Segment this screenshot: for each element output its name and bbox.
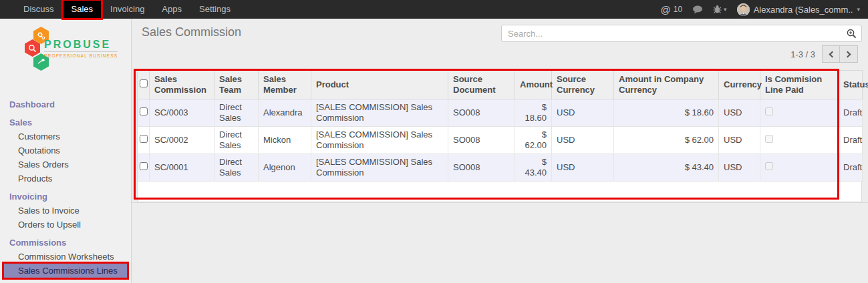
sidebar-item-products[interactable]: Products bbox=[4, 172, 127, 186]
cell-sales-member: Algenon bbox=[259, 154, 311, 182]
sidebar-item-commission-worksheets[interactable]: Commission Worksheets bbox=[4, 250, 127, 264]
cell-sales-team: Direct Sales bbox=[214, 154, 259, 182]
cell-source-document: SO008 bbox=[448, 99, 515, 127]
logo-subtitle: PROFESSIONAL BUSINESS bbox=[44, 51, 118, 58]
cell-status: Draft bbox=[839, 154, 863, 182]
table-row[interactable]: SC/0003Direct SalesAlexandra[SALES COMMI… bbox=[138, 99, 863, 127]
sidebar-header-commissions[interactable]: Commissions bbox=[0, 236, 131, 250]
is-paid-checkbox[interactable] bbox=[765, 162, 773, 170]
sidebar-section-sales: SalesCustomersQuotationsSales OrdersProd… bbox=[0, 115, 131, 186]
top-menu-sales[interactable]: Sales bbox=[63, 0, 102, 19]
column-header-source-currency[interactable]: Source Currency bbox=[552, 71, 614, 99]
row-select-checkbox[interactable] bbox=[140, 135, 148, 143]
pager-value: 1-3 / 3 bbox=[790, 49, 815, 59]
sidebar-item-sales-orders[interactable]: Sales Orders bbox=[4, 158, 127, 172]
chevron-left-icon bbox=[829, 51, 835, 57]
search-icon[interactable] bbox=[847, 29, 857, 41]
top-navbar: DiscussSalesInvoicingAppsSettings @ 10 ▾… bbox=[0, 0, 868, 19]
sidebar-section-commissions: CommissionsCommission WorksheetsSales Co… bbox=[0, 236, 131, 278]
debug-menu-button[interactable]: ▾ bbox=[713, 5, 727, 14]
at-icon: @ bbox=[661, 4, 671, 15]
table-row[interactable]: SC/0002Direct SalesMickon[SALES COMMISSI… bbox=[138, 127, 863, 154]
topbar-right-controls: @ 10 ▾ Alexandra (Sales_comm.. ▾ bbox=[661, 0, 868, 19]
sidebar-item-orders-to-upsell[interactable]: Orders to Upsell bbox=[4, 218, 127, 232]
sidebar-section-dashboard: Dashboard bbox=[0, 97, 131, 111]
cell-status: Draft bbox=[839, 127, 863, 154]
user-avatar bbox=[737, 3, 750, 16]
logo-title: PROBUSE bbox=[44, 39, 118, 51]
column-header-status[interactable]: Status bbox=[839, 71, 863, 99]
mentions-counter[interactable]: @ 10 bbox=[661, 4, 683, 15]
top-menu-list: DiscussSalesInvoicingAppsSettings bbox=[0, 0, 239, 19]
table-body: SC/0003Direct SalesAlexandra[SALES COMMI… bbox=[138, 99, 863, 182]
cell-is-paid bbox=[760, 99, 839, 127]
is-paid-checkbox[interactable] bbox=[765, 107, 773, 115]
search-input[interactable] bbox=[501, 25, 862, 42]
pager-next-button[interactable] bbox=[840, 45, 858, 63]
cell-product: [SALES COMMISSION] Sales Commission bbox=[311, 99, 448, 127]
bug-icon bbox=[713, 5, 722, 14]
pager: 1-3 / 3 bbox=[790, 45, 858, 63]
column-header-product[interactable]: Product bbox=[311, 71, 448, 99]
cell-sales-commission: SC/0003 bbox=[150, 99, 214, 127]
row-select-checkbox[interactable] bbox=[140, 162, 148, 170]
cell-sales-member: Mickon bbox=[259, 127, 311, 154]
cell-amount: $ 18.60 bbox=[515, 99, 552, 127]
sidebar-header-dashboard[interactable]: Dashboard bbox=[0, 97, 131, 111]
cell-source-currency: USD bbox=[552, 154, 614, 182]
chevron-right-icon bbox=[845, 51, 851, 57]
top-menu-apps[interactable]: Apps bbox=[153, 0, 190, 19]
commission-lines-table: Sales CommissionSales TeamSales MemberPr… bbox=[137, 70, 863, 182]
sidebar-item-sales-to-invoice[interactable]: Sales to Invoice bbox=[4, 204, 127, 218]
search-box bbox=[501, 25, 862, 42]
sidebar-item-quotations[interactable]: Quotations bbox=[4, 144, 127, 158]
company-logo: PROBUSE PROFESSIONAL BUSINESS bbox=[0, 19, 131, 79]
cell-source-currency: USD bbox=[552, 99, 614, 127]
column-header-amount[interactable]: Amount bbox=[515, 71, 552, 99]
top-menu-discuss[interactable]: Discuss bbox=[15, 0, 63, 19]
cell-currency: USD bbox=[719, 127, 760, 154]
row-select-cell bbox=[138, 99, 150, 127]
sidebar-item-sales-commissions-lines[interactable]: Sales Commissions Lines bbox=[4, 264, 127, 278]
cell-status: Draft bbox=[839, 99, 863, 127]
chat-bubble-icon bbox=[692, 5, 703, 14]
top-menu-invoicing[interactable]: Invoicing bbox=[102, 0, 153, 19]
pager-previous-button[interactable] bbox=[822, 45, 840, 63]
column-header-source-document[interactable]: Source Document bbox=[448, 71, 515, 99]
cell-sales-commission: SC/0002 bbox=[150, 127, 214, 154]
row-select-cell bbox=[138, 154, 150, 182]
cell-amount-in-company-currency: $ 62.00 bbox=[614, 127, 719, 154]
column-header-is-commision-line-paid[interactable]: Is Commision Line Paid bbox=[760, 71, 839, 99]
row-select-checkbox[interactable] bbox=[140, 107, 148, 115]
cell-is-paid bbox=[760, 154, 839, 182]
user-name: Alexandra (Sales_comm.. bbox=[754, 5, 853, 15]
cell-product: [SALES COMMISSION] Sales Commission bbox=[311, 154, 448, 182]
column-header-sales-member[interactable]: Sales Member bbox=[259, 71, 311, 99]
sidebar-section-invoicing: InvoicingSales to InvoiceOrders to Upsel… bbox=[0, 190, 131, 232]
sidebar-header-invoicing[interactable]: Invoicing bbox=[0, 190, 131, 204]
column-header-amount-in-company-currency[interactable]: Amount in Company Currency bbox=[614, 71, 719, 99]
user-menu[interactable]: Alexandra (Sales_comm.. ▾ bbox=[737, 3, 860, 16]
column-header-sales-commission[interactable]: Sales Commission bbox=[150, 71, 214, 99]
page-title: Sales Commission bbox=[142, 25, 241, 39]
select-all-checkbox[interactable] bbox=[140, 79, 148, 87]
debug-caret-icon: ▾ bbox=[724, 6, 727, 13]
column-header-currency[interactable]: Currency bbox=[719, 71, 760, 99]
top-menu-settings[interactable]: Settings bbox=[190, 0, 239, 19]
cell-sales-commission: SC/0001 bbox=[150, 154, 214, 182]
sidebar-menu: DashboardSalesCustomersQuotationsSales O… bbox=[0, 97, 131, 283]
cell-amount-in-company-currency: $ 18.60 bbox=[614, 99, 719, 127]
cell-currency: USD bbox=[719, 99, 760, 127]
is-paid-checkbox[interactable] bbox=[765, 135, 773, 143]
table-row[interactable]: SC/0001Direct SalesAlgenon[SALES COMMISS… bbox=[138, 154, 863, 182]
column-header-sales-team[interactable]: Sales Team bbox=[214, 71, 259, 99]
cell-source-document: SO008 bbox=[448, 154, 515, 182]
user-caret-icon: ▾ bbox=[857, 6, 860, 13]
cell-amount: $ 43.40 bbox=[515, 154, 552, 182]
cell-product: [SALES COMMISSION] Sales Commission bbox=[311, 127, 448, 154]
sidebar-item-customers[interactable]: Customers bbox=[4, 129, 127, 144]
messages-button[interactable] bbox=[692, 5, 703, 14]
sidebar-header-sales[interactable]: Sales bbox=[0, 115, 131, 129]
cell-sales-member: Alexandra bbox=[259, 99, 311, 127]
main-content: Sales Commission 1-3 / 3 Sales Commissio… bbox=[132, 19, 868, 283]
